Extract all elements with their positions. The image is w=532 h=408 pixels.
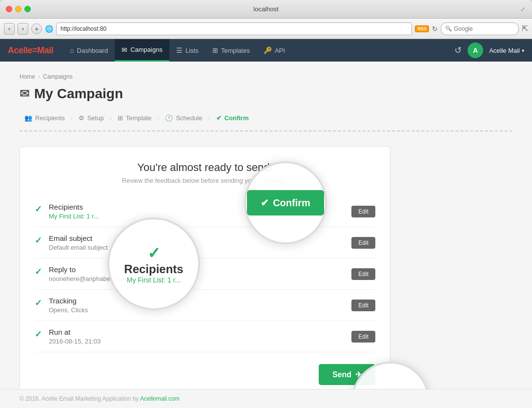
check-icon-run-at: ✓ [35,329,42,340]
url-input[interactable] [56,22,412,35]
breadcrumb: Home › Campaigns [20,73,512,80]
review-content-run-at: Run at 2016-08-15, 21:03 [49,328,351,345]
step-navigation: 👥 Recipients › ⚙ Setup › ⊞ Template › 🕐 … [20,111,512,131]
check-icon-tracking: ✓ [35,298,42,308]
review-content-tracking: Tracking Opens, Clicks [49,297,351,314]
confirm-button[interactable]: ✔ Confirm [247,190,324,215]
close-button[interactable] [6,6,12,12]
template-step-icon: ⊞ [118,114,123,122]
nav-item-dashboard[interactable]: ⌂ Dashboard [63,39,115,62]
footer-link[interactable]: Acellemail.com [140,395,180,402]
edit-run-at-button[interactable]: Edit [351,331,375,343]
check-icon-recipients: ✓ [35,204,42,215]
new-tab-button[interactable]: + [31,23,42,34]
step-sep-4: › [208,115,210,122]
chevron-down-icon: ▾ [522,48,524,53]
breadcrumb-separator: › [38,73,40,80]
nav-item-api[interactable]: 🔑 API [257,39,292,62]
step-schedule[interactable]: 🕐 Schedule [160,111,207,125]
user-menu[interactable]: Acelle Mail ▾ [489,47,524,54]
setup-step-icon: ⚙ [79,114,84,122]
nav-item-templates[interactable]: ⊞ Templates [205,39,257,62]
card-header: You're almost ready to send! Review the … [35,161,375,184]
recipients-overlay-circle: ✓ Recipients My First List: 1 r... [107,217,200,310]
search-bar: 🔍 [441,22,519,35]
review-content-reply-to: Reply to noonehere@anphabeta.com [49,265,351,282]
recipients-overlay-content: ✓ Recipients My First List: 1 r... [124,244,183,284]
review-item-run-at: ✓ Run at 2016-08-15, 21:03 Edit [35,321,375,352]
check-icon-reply-to: ✓ [35,266,42,277]
address-bar: 🌐 RSS ↻ [45,22,438,35]
footer: © 2016. Acelle Email Marketing Applicati… [0,389,532,408]
api-icon: 🔑 [264,46,272,54]
edit-reply-to-button[interactable]: Edit [351,268,375,280]
browser-window: localhost ‹ › + 🌐 RSS ↻ 🔍 ⇱ Acelle=Mail … [0,0,532,408]
step-sep-3: › [157,115,159,122]
step-template[interactable]: ⊞ Template [113,111,157,125]
breadcrumb-home[interactable]: Home [20,73,35,80]
avatar: A [468,43,483,58]
lists-icon: ☰ [176,46,183,54]
history-button[interactable]: ↺ [454,45,462,56]
rss-badge: RSS [415,25,429,32]
schedule-step-icon: 🕐 [165,114,173,122]
step-setup[interactable]: ⚙ Setup [74,111,109,125]
dashboard-icon: ⌂ [70,46,74,54]
maximize-button[interactable] [24,6,31,12]
resize-icon [519,6,526,13]
page-heading: ✉ My Campaign [20,86,512,102]
search-icon: 🔍 [445,25,452,32]
check-icon-email-subject: ✓ [35,235,42,246]
edit-recipients-button[interactable]: Edit [351,206,375,217]
edit-email-subject-button[interactable]: Edit [351,237,375,249]
title-bar: localhost [0,0,532,19]
step-sep-1: › [71,115,73,122]
confirm-overlay-circle: ✔ Confirm [244,161,327,244]
refresh-button[interactable]: ↻ [432,25,438,33]
nav-item-lists[interactable]: ☰ Lists [169,39,205,62]
breadcrumb-campaigns: Campaigns [43,73,73,80]
back-button[interactable]: ‹ [4,23,15,35]
recipients-check-icon: ✓ [124,244,183,262]
templates-icon: ⊞ [212,46,218,54]
nav-item-campaigns[interactable]: ✉ Campaigns [115,39,169,62]
traffic-lights [6,6,31,12]
confirm-check-icon: ✔ [261,197,269,209]
nav-right: ↺ A Acelle Mail ▾ [454,43,524,58]
brand-logo: Acelle=Mail [8,45,53,56]
app-nav: Acelle=Mail ⌂ Dashboard ✉ Campaigns ☰ Li… [0,39,532,62]
edit-tracking-button[interactable]: Edit [351,300,375,311]
card-subtitle: Review the feedback below before sending… [35,177,375,184]
content-wrapper: Home › Campaigns ✉ My Campaign 👥 Recipie… [20,73,512,389]
toolbar-arrow-icon: ⇱ [522,24,528,33]
recipients-step-icon: 👥 [24,114,32,122]
step-recipients[interactable]: 👥 Recipients [20,111,70,125]
review-item-reply-to: ✓ Reply to noonehere@anphabeta.com Edit [35,258,375,290]
send-area: Send ✈ [35,364,375,385]
forward-button[interactable]: › [18,23,28,35]
step-confirm[interactable]: ✔ Confirm [211,111,254,125]
campaigns-icon: ✉ [122,46,127,54]
review-item-tracking: ✓ Tracking Opens, Clicks Edit [35,290,375,321]
card-title: You're almost ready to send! [35,161,375,174]
review-item-email-subject: ✓ Email subject Default email subject Ed… [35,227,375,258]
browser-toolbar: ‹ › + 🌐 RSS ↻ 🔍 ⇱ [0,19,532,39]
minimize-button[interactable] [15,6,21,12]
page-title: localhost [253,5,278,13]
content-area: Home › Campaigns ✉ My Campaign 👥 Recipie… [0,62,532,389]
globe-icon: 🌐 [45,25,53,33]
step-sep-2: › [110,115,112,122]
search-input[interactable] [454,25,503,32]
confirm-step-icon: ✔ [216,114,222,122]
main-card: You're almost ready to send! Review the … [20,146,390,389]
campaign-icon: ✉ [20,87,29,101]
